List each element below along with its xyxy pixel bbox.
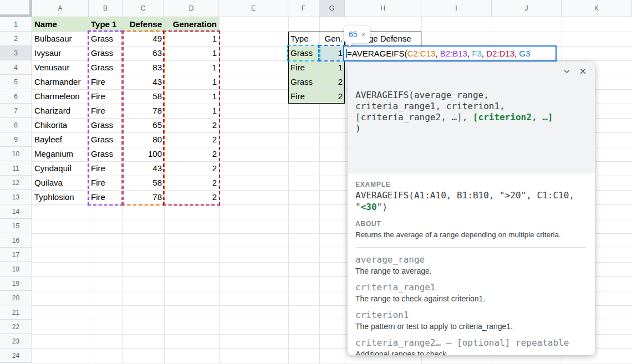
row-header-1[interactable]: 1 [0, 17, 32, 32]
row-header-5[interactable]: 5 [0, 75, 32, 89]
column-header-d[interactable]: D [164, 0, 219, 17]
column-header-e[interactable]: E [219, 0, 288, 17]
select-all-corner[interactable] [0, 0, 32, 17]
table-cell[interactable]: 1 [164, 60, 219, 75]
row-header-12[interactable]: 12 [0, 176, 32, 190]
table-cell[interactable]: 100 [123, 147, 164, 161]
chevron-down-icon[interactable] [563, 67, 571, 75]
table-cell[interactable]: Grass [89, 132, 123, 147]
helper-cell-gen[interactable]: 1 [319, 46, 345, 60]
main-table-header[interactable]: Type 1 [89, 17, 123, 32]
table-cell[interactable]: Fire [89, 190, 123, 204]
table-cell[interactable]: Typhlosion [32, 190, 89, 204]
table-cell[interactable]: Fire [89, 89, 123, 104]
table-cell[interactable]: Bulbasaur [32, 32, 89, 46]
table-cell[interactable]: 1 [164, 75, 219, 89]
row-header-22[interactable]: 22 [0, 320, 32, 334]
row-header-14[interactable]: 14 [0, 204, 32, 219]
table-cell[interactable]: Ivysaur [32, 46, 89, 60]
table-cell[interactable]: Fire [89, 104, 123, 118]
helper-header-type[interactable]: Type [288, 32, 319, 46]
row-header-15[interactable]: 15 [0, 219, 32, 233]
table-cell[interactable]: 78 [123, 104, 164, 118]
table-cell[interactable]: 43 [123, 75, 164, 89]
table-cell[interactable]: Bayleef [32, 132, 89, 147]
column-header-i[interactable]: I [421, 0, 492, 17]
row-header-11[interactable]: 11 [0, 161, 32, 176]
row-header-2[interactable]: 2 [0, 32, 32, 46]
table-cell[interactable]: Grass [89, 46, 123, 60]
table-cell[interactable]: 2 [164, 132, 219, 147]
table-cell[interactable]: 2 [164, 147, 219, 161]
table-cell[interactable]: 2 [164, 190, 219, 204]
table-cell[interactable]: Meganium [32, 147, 89, 161]
row-header-16[interactable]: 16 [0, 233, 32, 248]
column-header-f[interactable]: F [288, 0, 319, 17]
formula-input[interactable]: =AVERAGEIFS(C2:C13, B2:B13, F3, D2:D13, … [343, 45, 557, 61]
table-cell[interactable]: Cyndaquil [32, 161, 89, 176]
row-header-10[interactable]: 10 [0, 147, 32, 161]
table-cell[interactable]: 1 [164, 32, 219, 46]
column-header-c[interactable]: C [123, 0, 164, 17]
table-cell[interactable]: Fire [89, 75, 123, 89]
row-header-19[interactable]: 19 [0, 276, 32, 291]
table-cell[interactable]: Grass [89, 147, 123, 161]
table-cell[interactable]: 1 [164, 89, 219, 104]
table-cell[interactable]: Charizard [32, 104, 89, 118]
row-header-24[interactable]: 24 [0, 348, 32, 363]
table-cell[interactable]: Fire [89, 161, 123, 176]
main-table-header[interactable]: Generation [164, 17, 219, 32]
table-cell[interactable]: 58 [123, 176, 164, 190]
table-cell[interactable]: Charmander [32, 75, 89, 89]
helper-cell-gen[interactable]: 1 [319, 60, 345, 75]
table-cell[interactable]: 2 [164, 161, 219, 176]
row-header-21[interactable]: 21 [0, 305, 32, 320]
close-icon[interactable] [579, 67, 587, 75]
helper-cell-gen[interactable]: 2 [319, 75, 345, 89]
table-cell[interactable]: Quilava [32, 176, 89, 190]
helper-header-gen[interactable]: Gen. [319, 32, 345, 46]
helper-cell-type[interactable]: Grass [288, 75, 319, 89]
table-cell[interactable]: 58 [123, 89, 164, 104]
table-cell[interactable]: 65 [123, 118, 164, 132]
table-cell[interactable]: 2 [164, 176, 219, 190]
row-header-18[interactable]: 18 [0, 262, 32, 276]
helper-cell-type[interactable]: Fire [288, 89, 319, 104]
row-header-13[interactable]: 13 [0, 190, 32, 204]
row-header-6[interactable]: 6 [0, 89, 32, 104]
column-header-h[interactable]: H [345, 0, 421, 17]
row-header-7[interactable]: 7 [0, 104, 32, 118]
table-cell[interactable]: Chikorita [32, 118, 89, 132]
table-cell[interactable]: Venusaur [32, 60, 89, 75]
helper-cell-type[interactable]: Fire [288, 60, 319, 75]
close-icon[interactable]: × [361, 30, 365, 39]
table-cell[interactable]: 1 [164, 104, 219, 118]
table-cell[interactable]: 80 [123, 132, 164, 147]
main-table-header[interactable]: Name [32, 17, 89, 32]
row-header-17[interactable]: 17 [0, 248, 32, 262]
table-cell[interactable]: 1 [164, 46, 219, 60]
table-cell[interactable]: Grass [89, 118, 123, 132]
column-header-b[interactable]: B [89, 0, 123, 17]
column-header-k[interactable]: K [562, 0, 632, 17]
column-header-j[interactable]: J [492, 0, 562, 17]
row-header-4[interactable]: 4 [0, 60, 32, 75]
table-cell[interactable]: 2 [164, 118, 219, 132]
table-cell[interactable]: 78 [123, 190, 164, 204]
table-cell[interactable]: Charmeleon [32, 89, 89, 104]
table-cell[interactable]: 43 [123, 161, 164, 176]
main-table-header[interactable]: Defense [123, 17, 164, 32]
table-cell[interactable]: 83 [123, 60, 164, 75]
row-header-23[interactable]: 23 [0, 334, 32, 348]
table-cell[interactable]: Grass [89, 32, 123, 46]
table-cell[interactable]: 63 [123, 46, 164, 60]
column-header-g[interactable]: G [319, 0, 345, 17]
helper-cell-type[interactable]: Grass [288, 46, 319, 60]
row-header-8[interactable]: 8 [0, 118, 32, 132]
table-cell[interactable]: Grass [89, 60, 123, 75]
table-cell[interactable]: Fire [89, 176, 123, 190]
row-header-3[interactable]: 3 [0, 46, 32, 60]
column-header-a[interactable]: A [32, 0, 89, 17]
row-header-9[interactable]: 9 [0, 132, 32, 147]
helper-cell-gen[interactable]: 2 [319, 89, 345, 104]
